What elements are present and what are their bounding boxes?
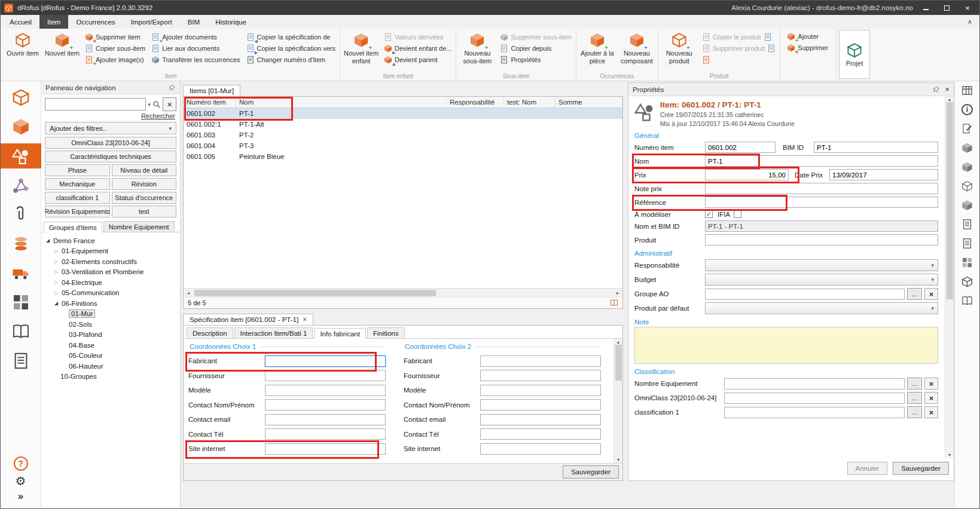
save-button[interactable]: Sauvegarder bbox=[893, 462, 949, 475]
tree-node[interactable]: 04-Base bbox=[42, 340, 179, 351]
expander-icon[interactable]: ◢ bbox=[45, 238, 51, 243]
sidebar-item-project[interactable] bbox=[1, 85, 41, 110]
ajouter-a-la-piece-button[interactable]: + Ajouter à la pièce bbox=[579, 30, 616, 72]
table-row[interactable]: 0601.004 PT-3 bbox=[184, 140, 622, 151]
ouvrir-item-button[interactable]: Ouvrir item bbox=[4, 30, 41, 72]
table-row[interactable]: 0601.003 PT-2 bbox=[184, 130, 622, 140]
tree-node[interactable]: 02-Sols bbox=[42, 319, 179, 330]
derived-values-icon[interactable] bbox=[959, 179, 976, 193]
tab-historique[interactable]: Historique bbox=[207, 15, 254, 29]
nom-input[interactable] bbox=[705, 155, 938, 167]
changer-numero-item-button[interactable]: Changer numéro d'item bbox=[245, 54, 337, 65]
tab-import-export[interactable]: Import/Export bbox=[123, 15, 180, 29]
browse-button[interactable]: … bbox=[907, 392, 922, 404]
note-textarea[interactable] bbox=[634, 327, 938, 364]
nouveau-composant-button[interactable]: + Nouveau composant bbox=[618, 30, 655, 72]
save-button[interactable]: Sauvegarder bbox=[563, 465, 619, 479]
filter-phase[interactable]: Phase bbox=[45, 164, 110, 176]
sidebar-item-reports[interactable] bbox=[1, 348, 41, 373]
devient-enfant-de-button[interactable]: ▸Devient enfant de... bbox=[382, 43, 453, 54]
tree-node-finitions[interactable]: ◢06-Finitions bbox=[42, 298, 179, 309]
filter-caracteristiques[interactable]: Caractéristiques techniques bbox=[45, 151, 176, 162]
spec-vertical-scrollbar[interactable]: ▴ ▾ bbox=[613, 339, 622, 463]
tree-node[interactable]: 06-Hauteur bbox=[42, 361, 179, 372]
contact-email-input-1[interactable] bbox=[265, 414, 386, 425]
tree-node[interactable]: ▷05-Communication bbox=[42, 288, 179, 299]
tab-description[interactable]: Description bbox=[187, 327, 233, 338]
clear-button[interactable]: × bbox=[924, 288, 938, 300]
close-icon[interactable]: × bbox=[945, 85, 950, 93]
classification-1-input[interactable] bbox=[724, 407, 905, 418]
tree-node-root[interactable]: ◢Demo France bbox=[42, 235, 179, 246]
filter-classification-1[interactable]: classification 1 bbox=[45, 192, 110, 204]
copier-sous-item-button[interactable]: Copier sous-item bbox=[83, 43, 147, 54]
expander-icon[interactable]: ▷ bbox=[53, 249, 59, 254]
responsabilite-select[interactable]: ▾ bbox=[705, 259, 938, 271]
products-icon[interactable] bbox=[959, 198, 976, 212]
reference-input[interactable] bbox=[705, 197, 938, 208]
expander-icon[interactable]: ▷ bbox=[53, 269, 59, 275]
column-header-nom[interactable]: Nom bbox=[236, 97, 447, 108]
ifia-checkbox[interactable] bbox=[734, 210, 741, 218]
filter-status-occurrence[interactable]: Status d'occurrence bbox=[112, 192, 177, 204]
nouveau-sous-item-button[interactable]: + Nouveau sous-item bbox=[459, 30, 496, 72]
layout-grid-icon[interactable] bbox=[959, 84, 976, 97]
clear-button[interactable]: × bbox=[924, 392, 938, 404]
groupe-ao-input[interactable] bbox=[705, 289, 905, 300]
bim-id-input[interactable] bbox=[814, 142, 938, 153]
tab-bim[interactable]: BIM bbox=[180, 15, 207, 29]
alternatives-icon[interactable] bbox=[959, 256, 976, 269]
clear-button[interactable]: × bbox=[924, 406, 938, 418]
scroll-left-icon[interactable]: ◂ bbox=[184, 290, 193, 296]
search-link[interactable]: Rechercher bbox=[41, 111, 180, 120]
site-internet-input-2[interactable] bbox=[480, 443, 601, 455]
minimize-button[interactable] bbox=[917, 1, 934, 15]
budget-select[interactable]: ▾ bbox=[705, 274, 938, 286]
sidebar-item-attachments[interactable] bbox=[1, 202, 41, 227]
prix-input[interactable] bbox=[705, 169, 789, 180]
fabricant-input-2[interactable] bbox=[480, 355, 601, 367]
nombre-equipement-input[interactable] bbox=[724, 378, 905, 390]
numero-item-input[interactable] bbox=[705, 142, 776, 153]
tab-accueil[interactable]: Accueil bbox=[2, 15, 39, 29]
specification-icon[interactable] bbox=[959, 122, 976, 136]
transferer-occurrences-button[interactable]: Transférer les occurrences bbox=[149, 54, 242, 65]
copier-depuis-button[interactable]: Copier depuis bbox=[498, 43, 573, 54]
bim-model-icon[interactable] bbox=[959, 275, 976, 289]
tree-node[interactable]: ▷03-Ventilation et Plomberie bbox=[42, 267, 179, 278]
browse-button[interactable]: … bbox=[907, 288, 922, 300]
supprimer-produit-button[interactable]: Supprimer produit bbox=[700, 43, 777, 54]
tree-node[interactable]: ▷01-Equipement bbox=[42, 246, 179, 257]
contact-nom-input-2[interactable] bbox=[480, 399, 601, 410]
lier-aux-documents-button[interactable]: Lier aux documents bbox=[149, 43, 242, 54]
tab-occurrences[interactable]: Occurrences bbox=[68, 15, 123, 29]
supprimer-item-button[interactable]: ×Supprimer item bbox=[83, 32, 147, 42]
pin-icon[interactable] bbox=[169, 84, 176, 91]
expander-icon[interactable]: ◢ bbox=[53, 301, 59, 306]
pin-icon[interactable] bbox=[933, 86, 940, 93]
tree-node-01-mur[interactable]: 01-Mur bbox=[42, 309, 179, 320]
expander-icon[interactable]: ▷ bbox=[53, 259, 59, 264]
sidebar-item-rooms[interactable] bbox=[1, 173, 41, 198]
supprimer-item-existant-button[interactable]: ×Supprimer bbox=[785, 42, 830, 53]
expander-icon[interactable]: ▷ bbox=[53, 280, 59, 285]
produit-par-defaut-select[interactable]: ▾ bbox=[705, 302, 938, 314]
column-header-test-nom[interactable]: test: Nom bbox=[504, 97, 555, 108]
add-filters-button[interactable]: Ajouter des filtres.. ▾ bbox=[45, 122, 176, 134]
occurrences-icon[interactable] bbox=[959, 160, 976, 174]
omniclass-input[interactable] bbox=[724, 393, 905, 404]
copier-specification-vers-button[interactable]: ▸Copier la spécification vers bbox=[245, 43, 337, 54]
tab-item[interactable]: Item bbox=[39, 15, 68, 29]
modele-input-2[interactable] bbox=[480, 385, 601, 396]
expand-sidebar-button[interactable]: » bbox=[18, 491, 23, 501]
fabricant-input-1[interactable] bbox=[265, 355, 386, 367]
filter-omniclass[interactable]: OmniClass 23[2010-06-24] bbox=[45, 137, 176, 149]
site-internet-input-1[interactable] bbox=[265, 443, 386, 455]
proprietes-button[interactable]: Propriétés bbox=[498, 54, 573, 65]
search-dropdown-icon[interactable]: ▾ bbox=[148, 102, 151, 108]
tab-info-fabricant[interactable]: Info fabricant bbox=[314, 328, 365, 339]
properties-vertical-scrollbar[interactable]: ▴ ▾ bbox=[945, 96, 954, 458]
tree-node[interactable]: 10-Groupes bbox=[42, 372, 179, 382]
search-input[interactable] bbox=[45, 98, 146, 111]
fournisseur-input-2[interactable] bbox=[480, 370, 601, 381]
